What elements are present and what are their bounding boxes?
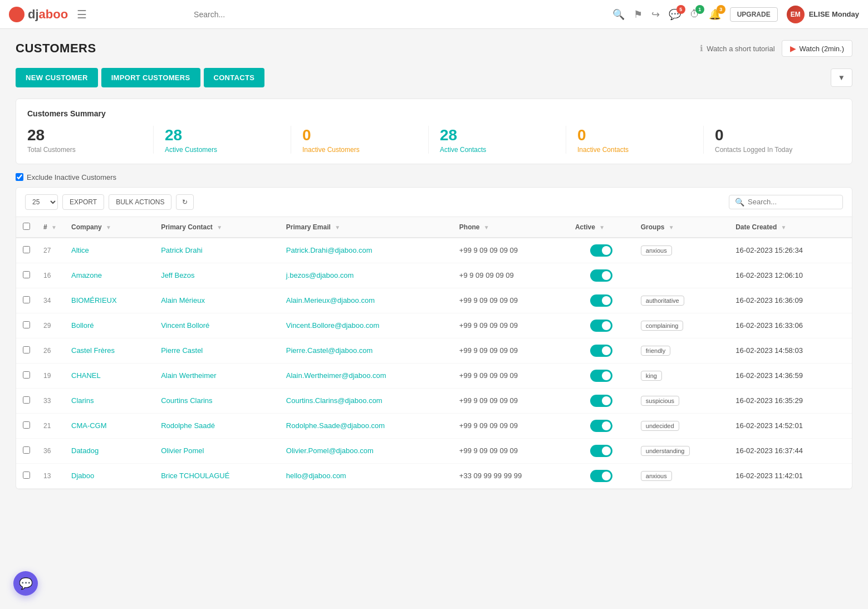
row-company[interactable]: Altice — [65, 238, 154, 263]
import-customers-button[interactable]: IMPORT CUSTOMERS — [101, 68, 200, 87]
exclude-inactive-checkbox[interactable] — [16, 173, 23, 181]
row-email[interactable]: Alain.Merieux@djaboo.com — [279, 288, 453, 313]
row-email[interactable]: Courtins.Clarins@djaboo.com — [279, 388, 453, 413]
bell-icon[interactable]: 🔔3 — [709, 8, 721, 21]
row-contact[interactable]: Patrick Drahi — [154, 238, 279, 263]
row-active[interactable] — [568, 438, 634, 463]
table-search-input[interactable] — [748, 198, 837, 206]
user-area[interactable]: EM ELISE Monday — [787, 6, 859, 23]
share-icon[interactable]: ↪ — [651, 8, 660, 21]
filter-icon-button[interactable]: ▼ — [831, 68, 852, 87]
row-active[interactable] — [568, 263, 634, 288]
row-select-checkbox[interactable] — [23, 246, 30, 253]
active-toggle[interactable] — [590, 269, 612, 282]
active-toggle[interactable] — [590, 370, 612, 382]
active-toggle[interactable] — [590, 244, 612, 257]
row-active[interactable] — [568, 363, 634, 388]
row-active[interactable] — [568, 238, 634, 263]
active-toggle[interactable] — [590, 345, 612, 357]
col-contact[interactable]: Primary Contact ▼ — [154, 217, 279, 238]
col-date[interactable]: Date Created ▼ — [729, 217, 852, 238]
row-company[interactable]: Datadog — [65, 438, 154, 463]
row-contact[interactable]: Vincent Bolloré — [154, 313, 279, 338]
row-company[interactable]: Castel Frères — [65, 338, 154, 363]
nav-search-input[interactable] — [98, 10, 321, 19]
row-contact[interactable]: Rodolphe Saadé — [154, 413, 279, 438]
row-company[interactable]: Clarins — [65, 388, 154, 413]
row-company[interactable]: Bolloré — [65, 313, 154, 338]
export-button[interactable]: EXPORT — [62, 194, 104, 210]
clock-icon[interactable]: ⏱1 — [690, 8, 700, 20]
row-active[interactable] — [568, 463, 634, 488]
row-active[interactable] — [568, 288, 634, 313]
active-toggle[interactable] — [590, 395, 612, 407]
refresh-button[interactable]: ↻ — [176, 194, 194, 210]
table-row: 16 Amazone Jeff Bezos j.bezos@djaboo.com… — [16, 263, 852, 288]
upgrade-button[interactable]: UPGRADE — [730, 7, 778, 22]
bulk-actions-button[interactable]: BULK ACTIONS — [109, 194, 171, 210]
col-company[interactable]: Company ▼ — [65, 217, 154, 238]
search-icon[interactable]: 🔍 — [612, 8, 625, 21]
row-date: 16-02-2023 15:26:34 — [729, 238, 852, 263]
row-contact[interactable]: Olivier Pomel — [154, 438, 279, 463]
hamburger-icon[interactable]: ☰ — [77, 8, 87, 21]
active-toggle[interactable] — [590, 445, 612, 457]
per-page-select[interactable]: 25 50 100 — [25, 194, 58, 210]
select-all-checkbox[interactable] — [23, 223, 30, 230]
col-groups[interactable]: Groups ▼ — [634, 217, 729, 238]
stat-inactive-customers[interactable]: 0 Inactive Customers — [291, 126, 429, 154]
group-badge: understanding — [641, 446, 690, 456]
stat-inactive-contacts[interactable]: 0 Inactive Contacts — [566, 126, 704, 154]
tutorial-link[interactable]: ℹ Watch a short tutorial — [700, 43, 774, 53]
row-contact[interactable]: Alain Mérieux — [154, 288, 279, 313]
row-select-checkbox[interactable] — [23, 321, 30, 328]
row-select-checkbox[interactable] — [23, 396, 30, 404]
row-company[interactable]: Amazone — [65, 263, 154, 288]
row-select-checkbox[interactable] — [23, 421, 30, 429]
col-email[interactable]: Primary Email ▼ — [279, 217, 453, 238]
row-contact[interactable]: Brice TCHOULAGUÉ — [154, 463, 279, 488]
summary-card: Customers Summary 28 Total Customers 28 … — [16, 99, 852, 164]
stat-active-contacts[interactable]: 28 Active Contacts — [429, 126, 566, 154]
active-toggle[interactable] — [590, 420, 612, 432]
active-toggle[interactable] — [590, 320, 612, 332]
row-email[interactable]: Pierre.Castel@djaboo.com — [279, 338, 453, 363]
row-select-checkbox[interactable] — [23, 472, 30, 479]
watch-button[interactable]: ▶ Watch (2min.) — [782, 40, 852, 57]
row-active[interactable] — [568, 313, 634, 338]
row-select-checkbox[interactable] — [23, 346, 30, 353]
col-phone[interactable]: Phone ▼ — [453, 217, 568, 238]
row-active[interactable] — [568, 388, 634, 413]
row-select-checkbox[interactable] — [23, 446, 30, 454]
row-active[interactable] — [568, 413, 634, 438]
row-company[interactable]: BIOMÉRIEUX — [65, 288, 154, 313]
row-contact[interactable]: Pierre Castel — [154, 338, 279, 363]
row-select-checkbox[interactable] — [23, 271, 30, 278]
row-email[interactable]: Vincent.Bollore@djaboo.com — [279, 313, 453, 338]
row-company[interactable]: Djaboo — [65, 463, 154, 488]
col-active[interactable]: Active ▼ — [568, 217, 634, 238]
stat-active-customers[interactable]: 28 Active Customers — [154, 126, 291, 154]
row-email[interactable]: Olivier.Pomel@djaboo.com — [279, 438, 453, 463]
row-email[interactable]: Patrick.Drahi@djaboo.com — [279, 238, 453, 263]
row-company[interactable]: CHANEL — [65, 363, 154, 388]
new-customer-button[interactable]: NEW CUSTOMER — [16, 68, 98, 87]
row-email[interactable]: hello@djaboo.com — [279, 463, 453, 488]
contacts-button[interactable]: CONTACTS — [204, 68, 265, 87]
chat-icon[interactable]: 💬5 — [669, 8, 681, 21]
row-contact[interactable]: Alain Wertheimer — [154, 363, 279, 388]
row-email[interactable]: j.bezos@djaboo.com — [279, 263, 453, 288]
flag-icon[interactable]: ⚑ — [634, 8, 643, 21]
row-select-checkbox[interactable] — [23, 371, 30, 379]
row-select-checkbox[interactable] — [23, 296, 30, 303]
row-email[interactable]: Rodolphe.Saade@djaboo.com — [279, 413, 453, 438]
row-contact[interactable]: Jeff Bezos — [154, 263, 279, 288]
row-active[interactable] — [568, 338, 634, 363]
row-email[interactable]: Alain.Wertheimer@djaboo.com — [279, 363, 453, 388]
active-toggle[interactable] — [590, 470, 612, 482]
active-toggle[interactable] — [590, 294, 612, 307]
row-company[interactable]: CMA-CGM — [65, 413, 154, 438]
col-id[interactable]: # ▼ — [37, 217, 65, 238]
row-contact[interactable]: Courtins Clarins — [154, 388, 279, 413]
logo[interactable]: djaboo — [9, 7, 68, 22]
